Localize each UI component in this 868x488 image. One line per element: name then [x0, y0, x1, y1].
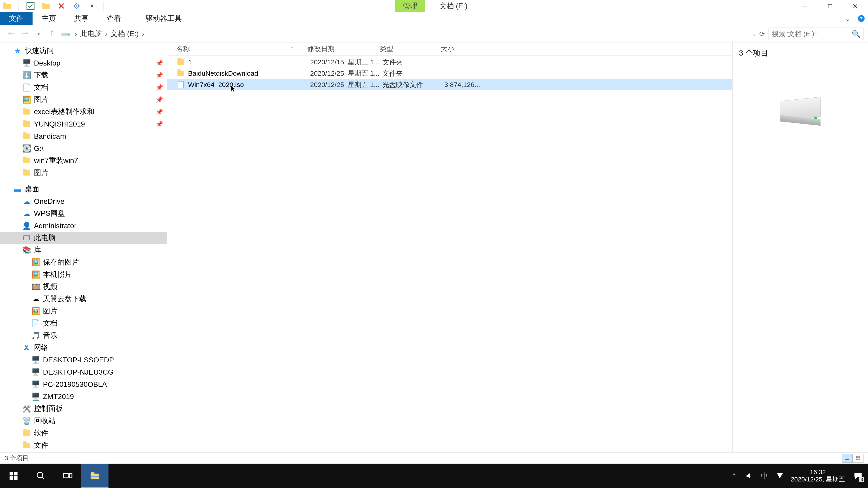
- tree-software[interactable]: 软件: [0, 427, 167, 439]
- tree-item-gdrive[interactable]: 💽G:\: [0, 142, 167, 155]
- ribbon-expand-icon[interactable]: ⌄: [844, 14, 852, 23]
- close-button[interactable]: [843, 0, 868, 12]
- tree-admin[interactable]: 👤Administrator: [0, 220, 167, 232]
- task-view-button[interactable]: [54, 464, 81, 488]
- tree-files[interactable]: 文件: [0, 439, 167, 451]
- help-icon[interactable]: ?: [857, 14, 865, 23]
- up-button[interactable]: 🡑: [45, 27, 59, 41]
- tree-tianyi[interactable]: ☁天翼云盘下载: [0, 293, 167, 305]
- taskbar-app-explorer[interactable]: [81, 464, 108, 488]
- control-panel-icon: 🛠️: [23, 404, 31, 413]
- tree-item-bandicam[interactable]: Bandicam: [0, 130, 167, 142]
- volume-icon[interactable]: [745, 471, 754, 480]
- tree-docs3[interactable]: 📄文档: [0, 317, 167, 329]
- tree-item-documents[interactable]: 📄文档📌: [0, 81, 167, 94]
- maximize-button[interactable]: [817, 0, 843, 12]
- folder-icon: [23, 108, 31, 116]
- tree-quick-access[interactable]: ★ 快速访问: [0, 45, 167, 57]
- tree-wps[interactable]: ☁WPS网盘: [0, 207, 167, 220]
- column-headers[interactable]: 名称 ⌃ 修改日期 类型 大小: [167, 42, 733, 56]
- tree-item-desktop[interactable]: 🖥️Desktop📌: [0, 57, 167, 69]
- tree-videos[interactable]: 🎞️视频: [0, 281, 167, 293]
- svg-line-25: [42, 477, 44, 480]
- file-name: 1: [188, 58, 310, 66]
- tree-item-pictures[interactable]: 🖼️图片📌: [0, 94, 167, 106]
- tree-net1[interactable]: 🖥️DESKTOP-LSSOEDP: [0, 354, 167, 366]
- qat-delete-icon[interactable]: ✕: [57, 1, 66, 11]
- view-icons-button[interactable]: [852, 454, 864, 463]
- address-dropdown-icon[interactable]: ⌄: [752, 30, 756, 37]
- tree-net3[interactable]: 🖥️PC-20190530OBLA: [0, 378, 167, 390]
- tab-view[interactable]: 查看: [98, 12, 130, 25]
- tree-this-pc[interactable]: 此电脑: [0, 232, 167, 244]
- svg-rect-27: [69, 474, 72, 478]
- taskbar-clock[interactable]: 16:32 2020/12/25, 星期五: [791, 468, 845, 483]
- app-icon: [2, 1, 12, 11]
- tree-onedrive[interactable]: ☁OneDrive: [0, 195, 167, 207]
- tree-net4[interactable]: 🖥️ZMT2019: [0, 390, 167, 402]
- column-header-date[interactable]: 修改日期: [307, 44, 380, 54]
- tree-music[interactable]: 🎵音乐: [0, 329, 167, 341]
- column-header-name[interactable]: 名称 ⌃: [176, 44, 307, 54]
- breadcrumb-segment[interactable]: 文档 (E:): [109, 29, 140, 39]
- forward-button[interactable]: 🡒: [18, 27, 32, 41]
- folder-icon: [176, 58, 185, 67]
- qat-settings-icon[interactable]: ⚙: [72, 1, 81, 11]
- refresh-icon[interactable]: ⟳: [759, 30, 765, 38]
- tab-share[interactable]: 共享: [65, 12, 98, 25]
- search-box[interactable]: 🔍: [769, 28, 864, 40]
- qat-dropdown-icon[interactable]: ▾: [87, 1, 97, 11]
- tree-camera-roll[interactable]: 🖼️本机照片: [0, 268, 167, 281]
- search-icon[interactable]: 🔍: [851, 30, 861, 38]
- chevron-right-icon[interactable]: ›: [73, 30, 79, 38]
- chevron-right-icon[interactable]: ›: [140, 30, 146, 38]
- qat-new-folder-icon[interactable]: [41, 1, 51, 11]
- tab-home[interactable]: 主页: [33, 12, 65, 25]
- window-controls: [792, 0, 868, 12]
- file-row[interactable]: BaiduNetdiskDownload 2020/12/25, 星期五 1..…: [167, 68, 733, 79]
- tree-item-yunqishi[interactable]: YUNQISHI2019📌: [0, 118, 167, 130]
- file-row[interactable]: 1 2020/12/15, 星期二 1... 文件夹: [167, 57, 733, 68]
- back-button[interactable]: 🡐: [4, 27, 18, 41]
- tree-network[interactable]: 🖧网络: [0, 341, 167, 354]
- tree-item-downloads[interactable]: ⬇️下载📌: [0, 69, 167, 81]
- view-details-button[interactable]: [842, 454, 852, 463]
- search-input[interactable]: [772, 30, 860, 38]
- recent-locations-dropdown[interactable]: ▾: [32, 27, 45, 41]
- recycle-icon: 🗑️: [23, 417, 31, 425]
- navigation-pane[interactable]: ★ 快速访问 🖥️Desktop📌 ⬇️下载📌 📄文档📌 🖼️图片📌 excel…: [0, 42, 167, 452]
- column-header-size[interactable]: 大小: [441, 44, 482, 54]
- tree-item-excel[interactable]: excel表格制作求和📌: [0, 106, 167, 118]
- tab-drive-tools[interactable]: 驱动器工具: [136, 12, 191, 25]
- svg-rect-6: [828, 4, 832, 8]
- tree-net2[interactable]: 🖥️DESKTOP-NJEU3CG: [0, 366, 167, 378]
- svg-rect-23: [14, 476, 18, 480]
- breadcrumb[interactable]: › 此电脑 › 文档 (E:) ›: [61, 29, 752, 39]
- start-button[interactable]: [0, 464, 27, 488]
- tree-recycle[interactable]: 🗑️回收站: [0, 415, 167, 427]
- column-header-type[interactable]: 类型: [380, 44, 441, 54]
- tree-item-pictures2[interactable]: 图片: [0, 167, 167, 179]
- search-button[interactable]: [27, 464, 54, 488]
- tree-item-win7[interactable]: win7重装win7: [0, 155, 167, 167]
- action-center-button[interactable]: 3: [851, 469, 865, 483]
- tree-control-panel[interactable]: 🛠️控制面板: [0, 402, 167, 415]
- tray-overflow-icon[interactable]: ⌃: [729, 471, 738, 480]
- tree-saved-pictures[interactable]: 🖼️保存的图片: [0, 256, 167, 268]
- pin-icon: 📌: [156, 121, 163, 128]
- file-row[interactable]: Win7x64_2020.iso 2020/12/25, 星期五 1... 光盘…: [167, 79, 733, 90]
- svg-rect-20: [10, 472, 13, 476]
- folder-icon: [23, 429, 31, 437]
- svg-rect-16: [856, 456, 858, 457]
- chevron-right-icon[interactable]: ›: [103, 30, 110, 38]
- tree-pictures3[interactable]: 🖼️图片: [0, 305, 167, 317]
- security-icon[interactable]: [775, 471, 784, 480]
- tab-file[interactable]: 文件: [0, 12, 33, 25]
- minimize-button[interactable]: [792, 0, 817, 12]
- breadcrumb-segment[interactable]: 此电脑: [79, 29, 103, 39]
- qat-properties-icon[interactable]: [26, 1, 35, 11]
- ime-indicator[interactable]: 中: [760, 471, 769, 480]
- cloud-icon: ☁: [23, 209, 31, 218]
- tree-desktop-root[interactable]: ▬桌面: [0, 183, 167, 195]
- tree-library[interactable]: 📚库: [0, 244, 167, 256]
